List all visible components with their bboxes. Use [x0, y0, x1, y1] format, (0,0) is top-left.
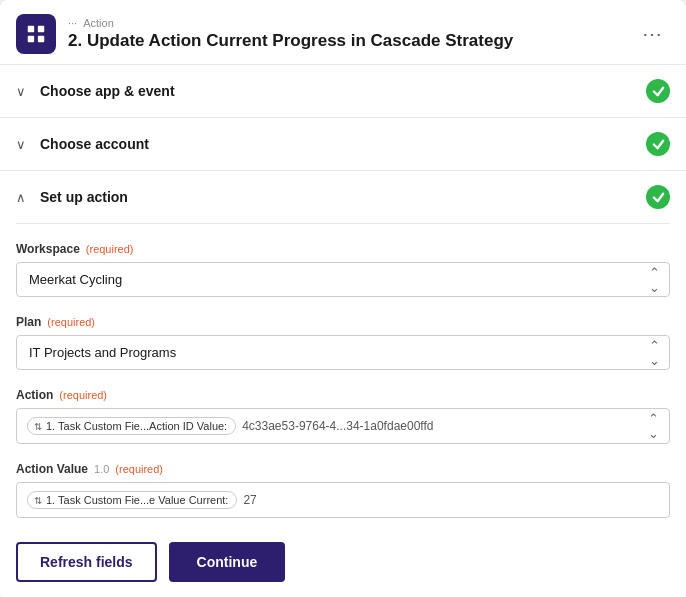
action-value-field-group: Action Value 1.0 (required) ⇅ 1. Task Cu… — [16, 462, 670, 518]
choose-account-check — [646, 132, 670, 156]
svg-rect-0 — [28, 26, 34, 32]
svg-rect-2 — [28, 36, 34, 42]
action-field-group: Action (required) ⇅ 1. Task Custom Fie..… — [16, 388, 670, 444]
workspace-label: Workspace (required) — [16, 242, 670, 256]
action-value-label: Action Value 1.0 (required) — [16, 462, 670, 476]
refresh-fields-button[interactable]: Refresh fields — [16, 542, 157, 582]
action-pill-label: 1. Task Custom Fie...Action ID Value: — [46, 420, 227, 432]
header-type: Action — [83, 17, 114, 29]
action-value-version: 1.0 — [94, 463, 109, 475]
setup-action-header[interactable]: ∧ Set up action — [16, 171, 670, 224]
header-text: ··· Action 2. Update Action Current Prog… — [68, 17, 622, 51]
header-label: ··· Action — [68, 17, 622, 29]
action-value-pill-value: 27 — [243, 493, 256, 507]
choose-account-section[interactable]: ∨ Choose account — [0, 118, 686, 171]
header-dots: ··· — [68, 17, 77, 29]
workspace-required: (required) — [86, 243, 134, 255]
choose-account-left: ∨ Choose account — [16, 136, 149, 152]
plan-select-wrapper: IT Projects and Programs ⌃⌄ — [16, 335, 670, 370]
action-pill-field[interactable]: ⇅ 1. Task Custom Fie...Action ID Value: … — [16, 408, 670, 444]
chevron-updown-icon: ⌃⌄ — [648, 411, 659, 441]
chevron-down-icon: ∨ — [16, 84, 32, 99]
setup-action-left: ∧ Set up action — [16, 189, 128, 205]
action-pill: ⇅ 1. Task Custom Fie...Action ID Value: — [27, 417, 236, 435]
choose-app-section[interactable]: ∨ Choose app & event — [0, 65, 686, 118]
main-card: ··· Action 2. Update Action Current Prog… — [0, 0, 686, 597]
chevron-down-icon-2: ∨ — [16, 137, 32, 152]
action-label: Action (required) — [16, 388, 670, 402]
plan-field-group: Plan (required) IT Projects and Programs… — [16, 315, 670, 370]
button-row: Refresh fields Continue — [16, 542, 670, 582]
action-value-pill-field[interactable]: ⇅ 1. Task Custom Fie...e Value Current: … — [16, 482, 670, 518]
choose-app-left: ∨ Choose app & event — [16, 83, 175, 99]
header: ··· Action 2. Update Action Current Prog… — [0, 0, 686, 65]
continue-button[interactable]: Continue — [169, 542, 286, 582]
action-pill-value: 4c33ae53-9764-4...34-1a0fdae00ffd — [242, 419, 433, 433]
plan-label: Plan (required) — [16, 315, 670, 329]
action-value-pill-label: 1. Task Custom Fie...e Value Current: — [46, 494, 228, 506]
more-options-button[interactable]: ⋯ — [634, 18, 670, 50]
svg-rect-1 — [38, 26, 44, 32]
action-value-required: (required) — [115, 463, 163, 475]
setup-action-section: ∧ Set up action Workspace (required) Mee… — [0, 171, 686, 597]
workspace-select-wrapper: Meerkat Cycling ⌃⌄ — [16, 262, 670, 297]
app-icon — [16, 14, 56, 54]
action-required: (required) — [59, 389, 107, 401]
setup-action-label: Set up action — [40, 189, 128, 205]
chevron-up-icon: ∧ — [16, 190, 32, 205]
plan-select[interactable]: IT Projects and Programs — [16, 335, 670, 370]
svg-rect-3 — [38, 36, 44, 42]
pill-arrows-icon-2: ⇅ — [34, 495, 42, 506]
workspace-field-group: Workspace (required) Meerkat Cycling ⌃⌄ — [16, 242, 670, 297]
pill-arrows-icon: ⇅ — [34, 421, 42, 432]
header-title: 2. Update Action Current Progress in Cas… — [68, 31, 622, 51]
setup-action-check — [646, 185, 670, 209]
choose-account-label: Choose account — [40, 136, 149, 152]
choose-app-label: Choose app & event — [40, 83, 175, 99]
choose-app-check — [646, 79, 670, 103]
workspace-select[interactable]: Meerkat Cycling — [16, 262, 670, 297]
action-value-pill: ⇅ 1. Task Custom Fie...e Value Current: — [27, 491, 237, 509]
plan-required: (required) — [47, 316, 95, 328]
